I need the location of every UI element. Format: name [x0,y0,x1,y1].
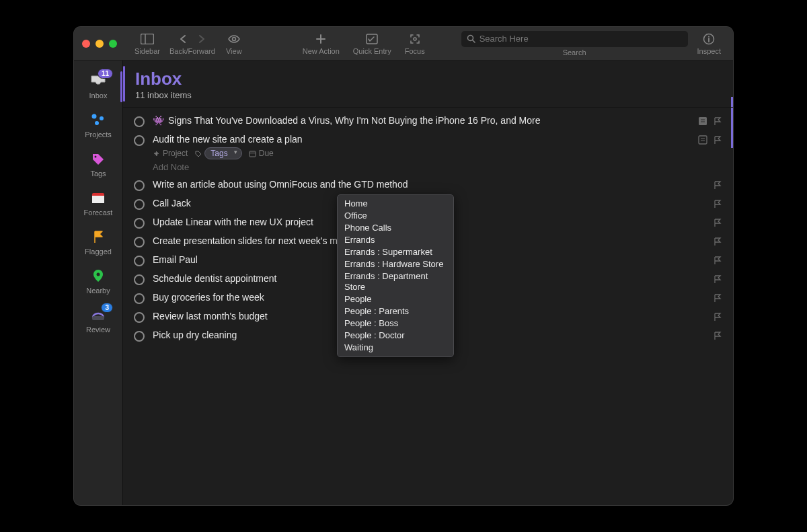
flag-outline-icon[interactable] [713,180,722,190]
task-title: Call Jack [153,198,191,208]
due-chip[interactable]: Due [249,149,274,158]
sidebar-item-forecast[interactable]: Forecast [74,184,122,223]
flag-outline-icon[interactable] [713,199,722,208]
search-label: Search [563,48,586,56]
focus-icon [409,32,421,46]
task-row[interactable]: Write an article about using OmniFocus a… [123,176,733,194]
flag-outline-icon[interactable] [713,274,722,284]
task-title: Pick up dry cleaning [153,330,237,340]
toolbar: Sidebar Back/Forward Vi [74,27,733,61]
task-title: Update Linear with the new UX project [153,217,313,227]
svg-rect-17 [92,196,104,203]
svg-point-14 [95,121,99,125]
calendar-small-icon [249,150,256,157]
task-row[interactable]: 👾 Signs That You've Downloaded a Virus, … [123,112,733,130]
task-checkbox[interactable] [134,218,145,229]
sidebar-item-nearby[interactable]: Nearby [74,262,122,301]
maximize-window-button[interactable] [109,40,117,48]
flag-outline-icon[interactable] [713,116,722,126]
dropdown-option[interactable]: Errands : Hardware Store [338,258,453,270]
dropdown-option[interactable]: People [338,293,453,305]
chevron-left-icon [179,32,187,46]
task-note[interactable]: Add Note [153,162,690,172]
flag-outline-icon[interactable] [713,312,722,321]
inspect-button[interactable]: Inspect [693,32,725,55]
task-checkbox[interactable] [134,180,145,191]
note-icon[interactable] [698,135,707,145]
flag-outline-icon[interactable] [713,256,722,265]
plus-icon [315,32,326,46]
flag-outline-icon[interactable] [713,237,722,246]
flag-icon [89,229,108,245]
tags-dropdown[interactable]: Home Office Phone Calls Errands Errands … [337,194,454,357]
back-forward-label: Back/Forward [169,47,215,55]
back-button[interactable] [174,32,192,46]
search-input[interactable] [479,34,683,44]
task-title: Buy groceries for the week [153,292,264,303]
focus-button[interactable]: Focus [401,32,429,55]
inbox-badge: 11 [98,69,113,79]
task-title: Create presentation slides for next week… [153,235,363,246]
dropdown-option[interactable]: People : Boss [338,317,453,330]
dropdown-option[interactable]: People : Parents [338,305,453,317]
task-checkbox[interactable] [134,274,145,285]
task-title: Email Paul [153,254,198,265]
dropdown-option[interactable]: Errands : Supermarket [338,246,453,258]
svg-point-18 [97,273,100,276]
task-meta: Project Tags Due [153,147,690,159]
dropdown-option[interactable]: Errands : Department Store [338,270,453,293]
task-checkbox[interactable] [134,256,145,266]
projects-icon [89,112,108,128]
project-chip[interactable]: Project [153,149,188,158]
sidebar-item-projects[interactable]: Projects [74,106,122,145]
note-icon[interactable] [698,116,707,126]
task-checkbox[interactable] [134,331,145,342]
dropdown-option[interactable]: People : Doctor [338,330,453,342]
svg-point-6 [414,38,416,40]
new-action-button[interactable]: New Action [299,32,344,55]
task-emoji: 👾 [153,115,164,126]
task-checkbox[interactable] [134,199,145,210]
tags-icon [89,151,108,167]
forward-button[interactable] [192,32,211,46]
task-checkbox[interactable] [134,312,145,323]
sidebar-item-inbox[interactable]: 11 Inbox [74,67,122,106]
project-icon [153,150,160,157]
svg-rect-20 [699,117,707,125]
sidebar-toggle-button[interactable]: Sidebar [130,32,164,55]
flag-outline-icon[interactable] [713,293,722,303]
svg-rect-25 [699,136,707,144]
review-icon: 3 [89,307,108,323]
review-badge: 3 [101,303,113,313]
dropdown-option[interactable]: Office [338,210,453,222]
task-checkbox[interactable] [134,135,145,146]
sidebar-item-tags[interactable]: Tags [74,145,122,184]
dropdown-option[interactable]: Errands [338,234,453,246]
svg-point-2 [232,37,235,40]
pin-icon [89,268,108,284]
task-checkbox[interactable] [134,116,145,127]
tags-chip[interactable]: Tags [194,147,241,159]
chevron-right-icon [198,32,206,46]
minimize-window-button[interactable] [95,40,104,48]
info-icon [703,32,715,46]
task-row[interactable]: Audit the new site and create a plan Pro… [123,130,733,176]
flag-outline-icon[interactable] [713,331,722,340]
close-window-button[interactable] [82,40,90,48]
quick-entry-button[interactable]: Quick Entry [349,32,395,55]
task-title: Write an article about using OmniFocus a… [153,179,408,190]
view-button[interactable]: View [221,32,247,55]
task-title: Review last month's budget [153,311,268,321]
search-input-wrap[interactable] [461,31,688,47]
task-checkbox[interactable] [134,293,145,304]
task-checkbox[interactable] [134,237,145,248]
calendar-icon [89,190,108,206]
svg-rect-19 [92,316,104,320]
dropdown-option[interactable]: Phone Calls [338,222,453,234]
sidebar-item-flagged[interactable]: Flagged [74,223,122,262]
dropdown-option[interactable]: Home [338,198,453,210]
flag-outline-icon[interactable] [713,218,722,227]
flag-outline-icon[interactable] [713,135,722,145]
dropdown-option[interactable]: Waiting [338,342,453,354]
sidebar-item-review[interactable]: 3 Review [74,301,122,340]
